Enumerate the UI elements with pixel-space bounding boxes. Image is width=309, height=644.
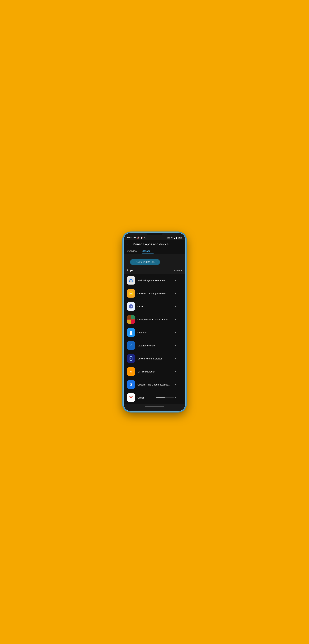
- expand-arrow-icon: ▾: [175, 357, 176, 360]
- signal-bar-1: [174, 238, 175, 239]
- app-checkbox[interactable]: [179, 344, 182, 347]
- expand-arrow-icon: ▾: [175, 318, 176, 321]
- alarm-icon: ⏰: [141, 237, 143, 239]
- svg-rect-5: [129, 280, 130, 281]
- collage-cell: [127, 315, 131, 320]
- app-name: Android System WebView: [137, 279, 175, 282]
- home-indicator: [145, 406, 164, 407]
- app-name: Chrome Canary (Unstable): [137, 292, 175, 295]
- app-name: Gmail: [137, 396, 155, 399]
- svg-rect-6: [132, 280, 133, 281]
- collage-cell: [131, 315, 135, 320]
- phone-frame: 11:03 AM 🔇 ⏰ >_ HD 4G 85 ← Manage apps a…: [123, 232, 186, 412]
- list-item[interactable]: ↺ Data restore tool ▾: [124, 339, 185, 352]
- list-item[interactable]: Collage Maker | Photo Editor ▾: [124, 313, 185, 326]
- tab-overview[interactable]: Overview: [127, 248, 140, 254]
- svg-point-21: [130, 331, 132, 333]
- tab-manage[interactable]: Manage: [142, 248, 154, 254]
- app-icon-data-restore: ↺: [127, 341, 135, 350]
- device-selector-wrap: ✓ Redmi 21061119BI ▾: [124, 254, 185, 268]
- list-item[interactable]: Chrome Canary (Unstable) ▾: [124, 287, 185, 300]
- app-checkbox[interactable]: [179, 383, 182, 386]
- app-icon-clock: [127, 302, 135, 310]
- expand-arrow-icon: ▾: [175, 331, 176, 334]
- app-icon-contacts: [127, 328, 135, 337]
- app-checkbox[interactable]: [179, 370, 182, 373]
- status-bar: 11:03 AM 🔇 ⏰ >_ HD 4G 85: [124, 235, 185, 240]
- app-name: Data restore tool: [137, 344, 175, 347]
- app-name: Device Health Services: [137, 357, 175, 360]
- clock-svg-icon: [128, 303, 134, 310]
- svg-point-22: [129, 333, 133, 335]
- network-label: 4G: [171, 237, 173, 239]
- expand-arrow-icon: ▾: [175, 279, 176, 282]
- svg-point-19: [131, 306, 131, 307]
- svg-point-14: [131, 293, 132, 294]
- app-checkbox[interactable]: [179, 278, 182, 282]
- device-selector[interactable]: ✓ Redmi 21061119BI ▾: [130, 259, 160, 265]
- list-item[interactable]: Contacts ▾: [124, 326, 185, 339]
- battery-icon: 85: [178, 237, 182, 239]
- signal-bar-4: [176, 237, 177, 239]
- svg-text:Mi: Mi: [130, 370, 132, 373]
- app-icon-device-health: [127, 354, 135, 363]
- expand-arrow-icon: ▾: [175, 305, 176, 308]
- battery-level: 85: [179, 237, 181, 239]
- app-checkbox[interactable]: [179, 318, 182, 321]
- status-left: 11:03 AM 🔇 ⏰ >_: [127, 236, 146, 239]
- sort-label: Name: [174, 269, 180, 272]
- signal-bar-3: [176, 238, 176, 239]
- list-item[interactable]: Mi Mi File Manager ▾: [124, 365, 185, 378]
- list-item[interactable]: Device Health Services ▾: [124, 352, 185, 365]
- status-right: HD 4G 85: [167, 237, 182, 239]
- svg-point-2: [130, 280, 132, 281]
- app-checkbox[interactable]: [179, 357, 182, 360]
- list-item[interactable]: Gmail ▾: [124, 391, 185, 404]
- time: 11:03 AM: [127, 236, 136, 239]
- data-restore-svg-icon: ↺: [128, 342, 134, 348]
- list-item[interactable]: Android System WebView ▾: [124, 274, 185, 287]
- terminal-icon: >_: [144, 237, 146, 239]
- signal-bars: [174, 237, 177, 239]
- app-icon-gmail: [127, 394, 135, 402]
- page-title: Manage apps and device: [133, 242, 169, 246]
- app-checkbox[interactable]: [179, 331, 182, 334]
- expand-arrow-icon: ▾: [175, 370, 176, 373]
- phone-notch: [146, 233, 163, 235]
- app-checkbox[interactable]: [179, 292, 182, 295]
- svg-text:G: G: [130, 383, 132, 386]
- list-item[interactable]: Clock ▾: [124, 300, 185, 313]
- device-selector-name: Redmi 21061119BI: [136, 261, 155, 263]
- sort-icon: ≡: [181, 269, 182, 272]
- app-icon-webview: [127, 276, 135, 284]
- svg-text:↺: ↺: [130, 344, 132, 347]
- collage-grid: [127, 315, 135, 324]
- app-name: Gboard - the Google Keyboa...: [137, 383, 175, 386]
- collage-cell: [131, 320, 135, 324]
- app-icon-chrome-canary: [127, 289, 135, 298]
- back-button[interactable]: ←: [127, 242, 130, 246]
- apps-label: Apps: [127, 269, 133, 272]
- file-manager-svg-icon: Mi: [128, 368, 134, 374]
- hd-badge: HD: [167, 237, 170, 239]
- progress-bar-fill: [156, 397, 165, 398]
- app-name: Mi File Manager: [137, 370, 175, 373]
- collage-cell: [127, 320, 131, 324]
- expand-arrow-icon: ▾: [175, 396, 176, 399]
- page-header: ← Manage apps and device: [124, 240, 185, 248]
- svg-rect-3: [131, 278, 131, 279]
- app-icon-gboard: G: [127, 380, 135, 389]
- expand-arrow-icon: ▾: [175, 292, 176, 295]
- app-icon-file-manager: Mi: [127, 367, 135, 376]
- list-item[interactable]: G Gboard - the Google Keyboa... ▾: [124, 378, 185, 391]
- signal-bar-5: [177, 237, 177, 239]
- sort-button[interactable]: Name ≡: [174, 269, 182, 272]
- device-selector-check: ✓: [133, 261, 135, 263]
- gear-svg-icon: [128, 278, 134, 283]
- mute-icon: 🔇: [137, 236, 140, 239]
- app-name: Clock: [137, 305, 175, 308]
- tabs-bar: Overview Manage: [124, 248, 185, 254]
- app-checkbox[interactable]: [179, 305, 182, 308]
- gmail-svg-icon: [128, 395, 134, 400]
- app-checkbox[interactable]: [179, 396, 182, 399]
